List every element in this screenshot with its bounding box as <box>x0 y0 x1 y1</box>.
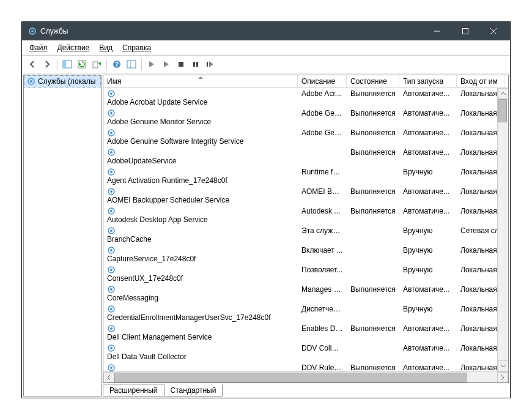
cell-name: CoreMessaging <box>103 285 298 303</box>
column-name[interactable]: Имя <box>103 75 298 87</box>
table-row[interactable]: Adobe Genuine Software Integrity Service… <box>103 127 508 147</box>
svg-rect-7 <box>63 61 66 68</box>
gear-icon <box>107 187 116 196</box>
cell-name: Dell Data Vault Processor <box>103 363 298 371</box>
cell-state: Выполняется <box>347 206 399 225</box>
svg-point-37 <box>110 249 113 251</box>
scroll-right-icon[interactable] <box>497 372 508 383</box>
cell-state: Выполняется <box>347 363 399 371</box>
cell-state: Выполняется <box>347 128 399 146</box>
cell-desc: Диспетчер... <box>298 304 347 322</box>
cell-desc: AOMEI Bac... <box>298 187 347 205</box>
export-list-button[interactable] <box>90 58 103 71</box>
menu-view[interactable]: Вид <box>94 42 117 54</box>
gear-icon <box>107 207 116 215</box>
scroll-left-icon[interactable] <box>103 372 114 383</box>
cell-state: Выполняется <box>347 147 399 166</box>
table-row[interactable]: Adobe Acrobat Update ServiceAdobe Acr...… <box>103 88 508 108</box>
cell-desc: Включает ... <box>298 245 347 264</box>
restart-service-button[interactable] <box>204 58 217 71</box>
column-description[interactable]: Описание <box>298 75 347 87</box>
scroll-thumb[interactable] <box>114 373 467 382</box>
start-service-button-2[interactable] <box>160 58 173 71</box>
scroll-down-icon[interactable] <box>498 360 508 371</box>
table-row[interactable]: CaptureService_17e248c0fВключает ...Вруч… <box>103 245 508 264</box>
scroll-track[interactable] <box>114 372 497 383</box>
properties-button[interactable] <box>125 58 138 71</box>
tree-item-label: Службы (локалы <box>38 77 95 86</box>
gear-icon <box>107 266 116 274</box>
cell-desc: Adobe Gen... <box>298 128 347 146</box>
table-row[interactable]: Autodesk Desktop App ServiceAutodesk ...… <box>103 206 508 225</box>
table-row[interactable]: Dell Data Vault ProcessorDDV Rules ...Вы… <box>103 362 508 371</box>
pause-service-button[interactable] <box>189 58 202 71</box>
table-row[interactable]: Adobe Genuine Monitor ServiceAdobe Gen..… <box>103 108 508 127</box>
svg-point-31 <box>110 190 113 193</box>
services-list[interactable]: Adobe Acrobat Update ServiceAdobe Acr...… <box>103 88 508 371</box>
table-row[interactable]: Agent Activation Runtime_17e248c0fRuntim… <box>103 166 508 186</box>
titlebar[interactable]: Службы <box>22 22 510 40</box>
vertical-scrollbar[interactable] <box>497 88 508 371</box>
gear-icon <box>107 285 116 294</box>
cell-desc <box>298 147 347 166</box>
cell-name: ConsentUX_17e248c0f <box>103 265 298 283</box>
tab-extended[interactable]: Расширенный <box>103 384 164 396</box>
svg-point-25 <box>110 132 113 134</box>
table-row[interactable]: ConsentUX_17e248c0fПозволяет...ВручнуюЛо… <box>103 264 508 284</box>
show-hide-console-tree-button[interactable] <box>61 58 74 71</box>
cell-name: Adobe Genuine Software Integrity Service <box>103 128 298 146</box>
cell-name: Dell Data Vault Collector <box>103 343 298 362</box>
cell-startup: Автоматиче... <box>399 89 457 107</box>
column-startup-type[interactable]: Тип запуска <box>399 75 457 87</box>
gear-icon <box>107 226 116 235</box>
tree-item-services-local[interactable]: Службы (локалы <box>24 75 101 87</box>
cell-name: Dell Client Management Service <box>103 324 298 342</box>
svg-point-33 <box>110 210 113 212</box>
forward-button[interactable] <box>40 58 54 71</box>
back-button[interactable] <box>26 58 39 71</box>
maximize-button[interactable] <box>451 22 479 40</box>
cell-state: Выполняется <box>347 89 399 107</box>
table-row[interactable]: AdobeUpdateServiceВыполняетсяАвтоматиче.… <box>103 147 508 166</box>
menu-help[interactable]: Справка <box>117 42 156 54</box>
close-button[interactable] <box>479 22 508 40</box>
table-row[interactable]: CredentialEnrollmentManagerUserSvc_17e24… <box>103 303 508 323</box>
table-row[interactable]: AOMEI Backupper Scheduler ServiceAOMEI B… <box>103 186 508 206</box>
cell-state <box>347 245 399 264</box>
table-row[interactable]: CoreMessagingManages c...ВыполняетсяАвто… <box>103 284 508 303</box>
scroll-thumb[interactable] <box>498 99 507 122</box>
scroll-track[interactable] <box>498 99 508 360</box>
cell-desc: DDV Collec... <box>298 343 347 362</box>
menu-file[interactable]: Файл <box>24 42 53 54</box>
gear-icon <box>107 168 116 176</box>
column-state[interactable]: Состояние <box>347 75 399 87</box>
window-title: Службы <box>40 27 423 35</box>
scroll-up-icon[interactable] <box>498 88 508 99</box>
cell-startup: Вручную <box>399 304 457 322</box>
svg-point-35 <box>110 229 113 232</box>
tab-standard[interactable]: Стандартный <box>164 384 223 396</box>
cell-state <box>347 226 399 244</box>
cell-startup: Автоматиче... <box>399 324 457 342</box>
gear-icon <box>27 77 35 86</box>
start-service-button[interactable] <box>145 58 158 71</box>
menu-action[interactable]: Действие <box>53 42 95 54</box>
cell-name: AOMEI Backupper Scheduler Service <box>103 187 298 205</box>
table-row[interactable]: Dell Client Management ServiceEnables De… <box>103 323 508 343</box>
table-row[interactable]: Dell Data Vault CollectorDDV Collec...Ав… <box>103 343 508 362</box>
help-button[interactable]: ? <box>110 58 124 71</box>
svg-point-1 <box>31 30 34 32</box>
cell-state <box>347 304 399 322</box>
table-row[interactable]: BranchCacheЭта служб...ВручнуюСетевая сл <box>103 225 508 245</box>
cell-state <box>347 343 399 362</box>
svg-rect-15 <box>193 62 195 67</box>
list-pane: Имя Описание Состояние Тип запуска Вход … <box>103 75 509 396</box>
tree-pane[interactable]: Службы (локалы <box>23 75 102 396</box>
cell-startup: Вручную <box>399 167 457 185</box>
minimize-button[interactable] <box>423 22 451 40</box>
refresh-button[interactable] <box>75 58 89 71</box>
stop-service-button[interactable] <box>174 58 188 71</box>
gear-icon <box>107 89 116 98</box>
column-logon-as[interactable]: Вход от им <box>457 75 504 87</box>
horizontal-scrollbar[interactable] <box>103 371 508 382</box>
